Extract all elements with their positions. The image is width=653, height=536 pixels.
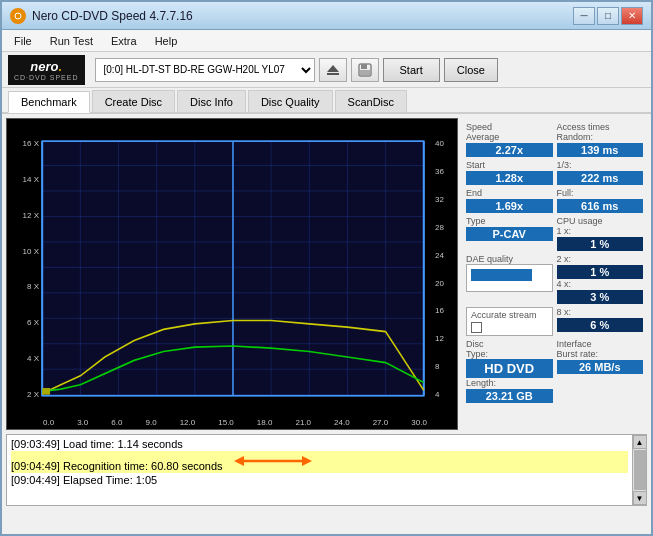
burst-rate-label: Burst rate: bbox=[557, 349, 644, 359]
chart-area: 2 X 4 X 6 X 8 X 10 X 12 X 14 X 16 X 4 8 … bbox=[6, 118, 458, 430]
toolbar: nero. CD·DVD SPEED [0:0] HL-DT-ST BD-RE … bbox=[2, 52, 651, 88]
minimize-button[interactable]: ─ bbox=[573, 7, 595, 25]
svg-marker-2 bbox=[327, 65, 339, 72]
menu-run-test[interactable]: Run Test bbox=[42, 33, 101, 49]
speed-label: Speed bbox=[466, 122, 553, 132]
log-area: [09:03:49] Load time: 1.14 seconds [09:0… bbox=[6, 434, 647, 506]
main-content: 2 X 4 X 6 X 8 X 10 X 12 X 14 X 16 X 4 8 … bbox=[2, 114, 651, 434]
cpu-8x-label: 8 x: bbox=[557, 307, 644, 317]
drive-selector[interactable]: [0:0] HL-DT-ST BD-RE GGW-H20L YL07 bbox=[95, 58, 315, 82]
scroll-down-button[interactable]: ▼ bbox=[633, 491, 647, 505]
disc-type-value: HD DVD bbox=[466, 359, 553, 378]
type-value: P-CAV bbox=[466, 227, 553, 241]
dae-quality-bar bbox=[471, 269, 532, 281]
cpu-2x-value: 1 % bbox=[557, 265, 644, 279]
chart-svg bbox=[7, 119, 457, 429]
one-third-label: 1/3: bbox=[557, 160, 644, 170]
title-controls: ─ □ ✕ bbox=[573, 7, 643, 25]
log-time-3: [09:04:49] bbox=[11, 474, 60, 486]
close-window-button[interactable]: ✕ bbox=[621, 7, 643, 25]
disc-label: Disc bbox=[466, 339, 553, 349]
scroll-up-button[interactable]: ▲ bbox=[633, 435, 647, 449]
tab-scan-disc[interactable]: ScanDisc bbox=[335, 90, 407, 112]
cpu-1x-value: 1 % bbox=[557, 237, 644, 251]
log-content: [09:03:49] Load time: 1.14 seconds [09:0… bbox=[7, 435, 632, 505]
tab-disc-quality[interactable]: Disc Quality bbox=[248, 90, 333, 112]
accurate-stream-checkbox[interactable] bbox=[471, 322, 482, 333]
cpu-4x-value: 3 % bbox=[557, 290, 644, 304]
tab-create-disc[interactable]: Create Disc bbox=[92, 90, 175, 112]
menu-extra[interactable]: Extra bbox=[103, 33, 145, 49]
type-label: Type bbox=[466, 216, 553, 226]
disc-length-value: 23.21 GB bbox=[466, 389, 553, 403]
log-scrollbar[interactable]: ▲ ▼ bbox=[632, 435, 646, 505]
svg-rect-3 bbox=[327, 73, 339, 75]
log-time-1: [09:03:49] bbox=[11, 438, 60, 450]
nero-logo: nero. CD·DVD SPEED bbox=[8, 55, 85, 85]
svg-rect-6 bbox=[360, 70, 370, 75]
disc-type-label: Type: bbox=[466, 349, 553, 359]
cpu-1x-label: 1 x: bbox=[557, 226, 644, 236]
scroll-thumb[interactable] bbox=[634, 450, 646, 490]
dae-quality-box bbox=[466, 264, 553, 292]
eject-button[interactable] bbox=[319, 58, 347, 82]
access-times-label: Access times bbox=[557, 122, 644, 132]
one-third-value: 222 ms bbox=[557, 171, 644, 185]
accurate-stream-label: Accurate stream bbox=[471, 310, 548, 320]
log-line-1: [09:03:49] Load time: 1.14 seconds bbox=[11, 437, 628, 451]
log-text-1: Load time: 1.14 seconds bbox=[63, 438, 183, 450]
title-bar: Nero CD-DVD Speed 4.7.7.16 ─ □ ✕ bbox=[2, 2, 651, 30]
main-window: Nero CD-DVD Speed 4.7.7.16 ─ □ ✕ File Ru… bbox=[0, 0, 653, 536]
svg-rect-5 bbox=[361, 64, 367, 69]
full-value: 616 ms bbox=[557, 199, 644, 213]
log-line-3: [09:04:49] Elapsed Time: 1:05 bbox=[11, 473, 628, 487]
cpu-usage-label: CPU usage bbox=[557, 216, 644, 226]
tab-disc-info[interactable]: Disc Info bbox=[177, 90, 246, 112]
disc-length-label: Length: bbox=[466, 378, 553, 388]
full-label: Full: bbox=[557, 188, 644, 198]
menu-bar: File Run Test Extra Help bbox=[2, 30, 651, 52]
window-title: Nero CD-DVD Speed 4.7.7.16 bbox=[32, 9, 193, 23]
end-value: 1.69x bbox=[466, 199, 553, 213]
interface-label: Interface bbox=[557, 339, 644, 349]
end-label: End bbox=[466, 188, 553, 198]
log-line-2: [09:04:49] Recognition time: 60.80 secon… bbox=[11, 451, 628, 473]
log-time-2: [09:04:49] bbox=[11, 460, 60, 472]
svg-marker-36 bbox=[234, 456, 244, 466]
stats-panel: Speed Average 2.27x Access times Random:… bbox=[462, 118, 647, 430]
tab-benchmark[interactable]: Benchmark bbox=[8, 91, 90, 113]
random-label: Random: bbox=[557, 132, 644, 142]
restore-button[interactable]: □ bbox=[597, 7, 619, 25]
app-icon bbox=[10, 8, 26, 24]
start-label: Start bbox=[466, 160, 553, 170]
menu-file[interactable]: File bbox=[6, 33, 40, 49]
cpu-2x-label: 2 x: bbox=[557, 254, 644, 264]
average-value: 2.27x bbox=[466, 143, 553, 157]
start-button[interactable]: Start bbox=[383, 58, 440, 82]
close-button[interactable]: Close bbox=[444, 58, 498, 82]
start-value: 1.28x bbox=[466, 171, 553, 185]
dae-quality-label: DAE quality bbox=[466, 254, 553, 264]
average-label: Average bbox=[466, 132, 553, 142]
arrow-annotation bbox=[234, 452, 314, 472]
tab-bar: Benchmark Create Disc Disc Info Disc Qua… bbox=[2, 88, 651, 114]
log-text-3: Elapsed Time: 1:05 bbox=[63, 474, 157, 486]
accurate-stream-box: Accurate stream bbox=[466, 307, 553, 336]
log-text-2: Recognition time: 60.80 seconds bbox=[63, 460, 223, 472]
random-value: 139 ms bbox=[557, 143, 644, 157]
burst-rate-value: 26 MB/s bbox=[557, 360, 644, 374]
cpu-4x-label: 4 x: bbox=[557, 279, 644, 289]
save-button[interactable] bbox=[351, 58, 379, 82]
menu-help[interactable]: Help bbox=[147, 33, 186, 49]
svg-marker-35 bbox=[302, 456, 312, 466]
svg-rect-33 bbox=[42, 388, 50, 395]
cpu-8x-value: 6 % bbox=[557, 318, 644, 332]
